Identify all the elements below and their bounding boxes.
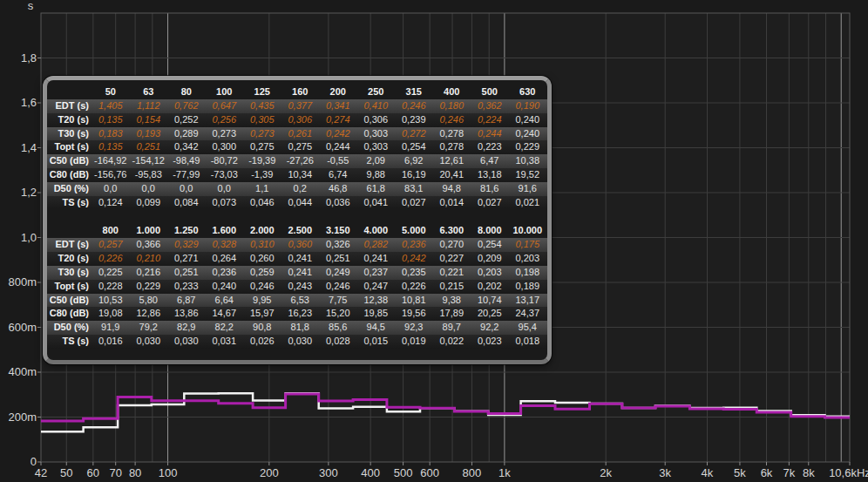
y-axis-label: 1,0 <box>0 232 37 244</box>
table-cell: 85,6 <box>319 321 357 335</box>
freq-column-header: 630 <box>509 85 547 99</box>
table-cell: 0,026 <box>243 335 281 349</box>
table-cell: 0,229 <box>130 280 168 294</box>
row-label: C50 (dB) <box>47 294 92 308</box>
table-cell: 0,303 <box>357 127 396 141</box>
table-cell: 0,247 <box>357 280 396 294</box>
analysis-window: s 1,81,61,41,21,0800m600m400m200m0 42506… <box>0 0 868 482</box>
x-axis-label: 200 <box>241 467 297 479</box>
table-cell: 0,073 <box>206 196 244 210</box>
table-cell: 0,022 <box>433 335 471 349</box>
table-cell: 20,41 <box>433 168 471 182</box>
row-label: T30 (s) <box>47 266 92 280</box>
table-cell: 12,86 <box>130 307 168 321</box>
table-cell: 92,3 <box>395 321 433 335</box>
table-cell: 0,202 <box>471 280 509 294</box>
row-label: T20 (s) <box>47 113 92 127</box>
measurement-table-panel: 506380100125160200250315400500630EDT (s)… <box>43 76 552 364</box>
table-cell: 0,300 <box>206 140 244 154</box>
table-cell: 0,216 <box>130 266 168 280</box>
table-cell: 12,38 <box>357 294 396 308</box>
table-cell: 89,7 <box>433 321 471 335</box>
table-row: TS (s)0,1240,0990,0840,0730,0460,0440,03… <box>47 196 547 210</box>
table-cell: 0,270 <box>433 238 471 252</box>
table-cell: 0,018 <box>509 335 547 349</box>
table-cell: 0,041 <box>357 196 396 210</box>
table-cell: 0,244 <box>471 127 509 141</box>
table-cell: 0,240 <box>509 127 547 141</box>
table-row: EDT (s)1,4051,1120,7620,6470,4350,3770,3… <box>47 99 547 113</box>
band-table-block: 8001.0001.2501.6002.0002.5003.1504.0005.… <box>47 223 547 348</box>
row-label: T30 (s) <box>47 127 92 141</box>
table-cell: -19,39 <box>243 154 281 168</box>
table-cell: -80,72 <box>206 154 244 168</box>
table-cell: 0,241 <box>357 252 396 266</box>
table-cell: 0,0 <box>206 182 244 196</box>
table-cell: 82,9 <box>167 321 206 335</box>
table-cell: 0,329 <box>167 238 206 252</box>
table-cell: 0,259 <box>243 266 281 280</box>
table-cell: 15,20 <box>319 307 357 321</box>
table-cell: 0,273 <box>243 127 281 141</box>
table-cell: 15,97 <box>243 307 281 321</box>
x-axis-label: 2k <box>578 467 634 479</box>
row-label: TS (s) <box>47 196 92 210</box>
y-axis-label: 600m <box>0 322 37 334</box>
table-cell: 9,95 <box>243 294 281 308</box>
table-cell: 24,37 <box>509 307 547 321</box>
table-cell: 81,8 <box>281 321 320 335</box>
table-cell: 0,124 <box>92 196 130 210</box>
table-cell: 0,278 <box>433 127 471 141</box>
table-row: TS (s)0,0160,0300,0300,0310,0260,0300,02… <box>47 335 547 349</box>
table-cell: 6,92 <box>395 154 433 168</box>
x-axis-label: 1k <box>477 467 532 479</box>
table-cell: 0,016 <box>92 335 130 349</box>
freq-column-header: 5.000 <box>395 223 433 238</box>
y-axis-label: 800m <box>0 276 37 289</box>
table-cell: 0,237 <box>357 266 396 280</box>
table-cell: 0,239 <box>395 113 433 127</box>
table-cell: 0,256 <box>206 113 244 127</box>
row-label: EDT (s) <box>47 99 92 113</box>
table-cell: 0,257 <box>92 238 130 252</box>
table-cell: 0,246 <box>395 99 433 113</box>
table-cell: 0,275 <box>243 140 281 154</box>
table-cell: 10,53 <box>92 294 130 308</box>
table-cell: 19,52 <box>509 168 547 182</box>
freq-column-header: 800 <box>92 223 130 238</box>
table-cell: 0,030 <box>130 335 168 349</box>
table-cell: 0,762 <box>167 99 206 113</box>
table-cell: 0,251 <box>167 266 206 280</box>
table-cell: 0,240 <box>206 280 244 294</box>
table-cell: 0,278 <box>433 140 471 154</box>
y-axis-label: 200m <box>0 411 37 424</box>
table-cell: 0,0 <box>130 182 168 196</box>
table-cell: 0,175 <box>509 238 547 252</box>
table-cell: 13,86 <box>167 307 206 321</box>
table-cell: 20,25 <box>471 307 509 321</box>
table-cell: 0,377 <box>281 99 320 113</box>
table-cell: 0,275 <box>281 140 320 154</box>
table-cell: 0,647 <box>206 99 244 113</box>
table-cell: 0,272 <box>395 127 433 141</box>
table-cell: 79,2 <box>130 321 168 335</box>
table-row: D50 (%)91,979,282,982,290,881,885,694,59… <box>47 321 547 335</box>
table-corner-cell <box>47 223 92 238</box>
table-row: EDT (s)0,2570,3660,3290,3280,3100,3600,3… <box>47 238 547 252</box>
table-cell: 0,366 <box>130 238 168 252</box>
table-cell: 9,88 <box>357 168 396 182</box>
table-cell: 0,027 <box>471 196 509 210</box>
freq-column-header: 10.000 <box>509 223 547 238</box>
table-cell: 6,74 <box>319 168 357 182</box>
table-cell: 0,189 <box>509 280 547 294</box>
table-cell: 0,135 <box>92 113 130 127</box>
table-cell: 0,209 <box>471 252 509 266</box>
table-cell: 0,410 <box>357 99 396 113</box>
table-cell: 0,252 <box>167 113 206 127</box>
band-table-block: 506380100125160200250315400500630EDT (s)… <box>47 85 547 209</box>
row-label: D50 (%) <box>47 182 92 196</box>
table-cell: 0,341 <box>319 99 357 113</box>
table-cell: 13,18 <box>471 168 509 182</box>
table-cell: 95,4 <box>509 321 547 335</box>
y-axis-label: 1,8 <box>0 52 37 64</box>
